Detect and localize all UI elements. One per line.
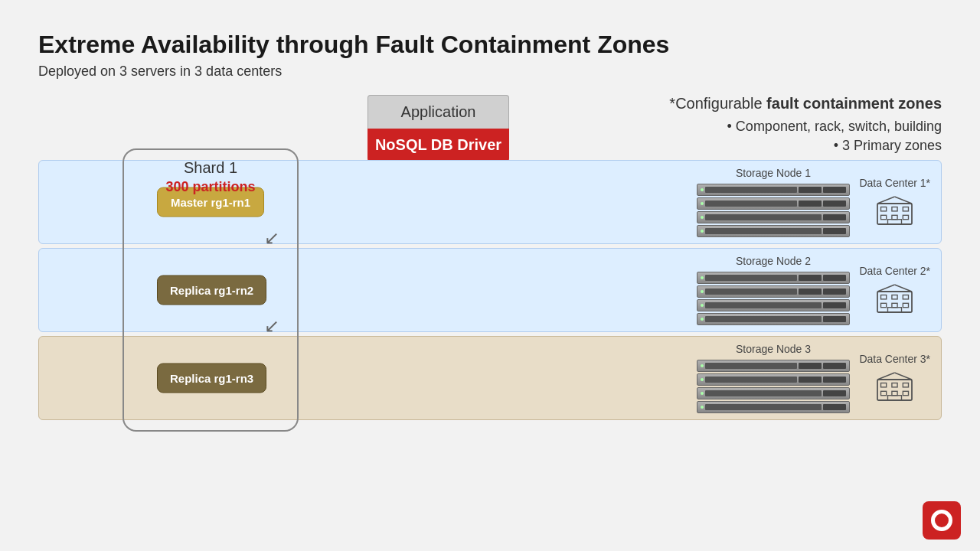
server-rack-1 xyxy=(697,184,850,237)
configurable-text: *Configurable fault containment zones xyxy=(574,95,942,112)
dc-row-2: Replica rg1-rn2 Storage Node 2 Data Cent… xyxy=(38,248,942,332)
server-unit xyxy=(697,387,850,399)
info-box: *Configurable fault containment zones • … xyxy=(574,95,942,157)
application-label: Application xyxy=(368,95,509,129)
bullet-1: • Component, rack, switch, building xyxy=(574,119,942,135)
svg-rect-27 xyxy=(888,396,902,400)
server-unit xyxy=(697,285,850,298)
server-unit xyxy=(697,272,850,284)
svg-rect-6 xyxy=(903,215,908,219)
storage-node-1-label: Storage Node 1 xyxy=(736,167,811,179)
svg-rect-26 xyxy=(903,391,908,395)
building-icon-1 xyxy=(874,194,916,228)
svg-line-29 xyxy=(895,373,913,380)
replica-node-3: Replica rg1-rn3 xyxy=(157,364,266,393)
svg-rect-3 xyxy=(903,207,908,211)
svg-rect-14 xyxy=(881,303,887,307)
svg-rect-22 xyxy=(892,383,897,387)
svg-rect-13 xyxy=(903,295,908,299)
server-unit xyxy=(697,360,850,372)
svg-rect-17 xyxy=(888,308,902,312)
svg-rect-7 xyxy=(888,220,902,224)
main-container: Extreme Availability through Fault Conta… xyxy=(0,0,980,551)
server-unit xyxy=(697,401,850,413)
svg-rect-24 xyxy=(881,391,887,395)
building-icon-3 xyxy=(874,370,916,404)
svg-rect-5 xyxy=(892,215,897,219)
nosql-driver-label: NoSQL DB Driver xyxy=(368,129,509,161)
dc-row-3: Replica rg1-rn3 Storage Node 3 Data Cent… xyxy=(38,336,942,420)
svg-line-9 xyxy=(895,197,913,204)
svg-rect-11 xyxy=(881,295,887,299)
svg-rect-4 xyxy=(881,215,887,219)
oracle-ring-icon xyxy=(931,510,952,531)
svg-rect-1 xyxy=(881,207,887,211)
page-subtitle: Deployed on 3 servers in 3 data centers xyxy=(38,64,942,80)
server-unit xyxy=(697,225,850,237)
svg-rect-23 xyxy=(903,383,908,387)
dc-1-label: Data Center 1* xyxy=(859,177,930,189)
svg-line-28 xyxy=(877,373,895,380)
dc-info-1: Data Center 1* xyxy=(859,177,930,228)
server-unit xyxy=(697,373,850,386)
svg-rect-16 xyxy=(903,303,908,307)
application-box: Application NoSQL DB Driver xyxy=(368,95,509,161)
rows-section: Shard 1 300 partitions Master rg1-rn1 St… xyxy=(38,160,942,424)
dc-row-1: Master rg1-rn1 Storage Node 1 Data Cente… xyxy=(38,160,942,244)
dc-2-label: Data Center 2* xyxy=(859,265,930,277)
content-area: Application NoSQL DB Driver *Configurabl… xyxy=(38,103,942,424)
page-title: Extreme Availability through Fault Conta… xyxy=(38,31,942,59)
storage-node-3: Storage Node 3 xyxy=(697,343,850,413)
svg-line-18 xyxy=(877,285,895,292)
svg-rect-12 xyxy=(892,295,897,299)
configurable-bold: fault containment zones xyxy=(766,95,942,112)
svg-rect-15 xyxy=(892,303,897,307)
oracle-logo xyxy=(923,501,961,540)
server-unit xyxy=(697,184,850,196)
server-unit xyxy=(697,197,850,210)
configurable-prefix: *Configurable xyxy=(669,95,766,112)
storage-node-2-label: Storage Node 2 xyxy=(736,255,811,267)
svg-line-19 xyxy=(895,285,913,292)
dc-info-3: Data Center 3* xyxy=(859,353,930,404)
server-rack-3 xyxy=(697,360,850,413)
server-unit xyxy=(697,211,850,223)
svg-rect-25 xyxy=(892,391,897,395)
svg-rect-2 xyxy=(892,207,897,211)
arrow-1-2: ↙ xyxy=(264,227,279,249)
bullet-2: • 3 Primary zones xyxy=(574,138,942,154)
replica-node-2: Replica rg1-rn2 xyxy=(157,276,266,305)
server-unit xyxy=(697,313,850,325)
svg-line-8 xyxy=(877,197,895,204)
building-icon-2 xyxy=(874,282,916,316)
arrow-2-3: ↙ xyxy=(264,315,279,337)
storage-node-3-label: Storage Node 3 xyxy=(736,343,811,355)
storage-node-1: Storage Node 1 xyxy=(697,167,850,237)
master-node: Master rg1-rn1 xyxy=(157,187,264,217)
storage-node-2: Storage Node 2 xyxy=(697,255,850,325)
server-rack-2 xyxy=(697,272,850,325)
dc-info-2: Data Center 2* xyxy=(859,265,930,316)
server-unit xyxy=(697,299,850,311)
svg-rect-21 xyxy=(881,383,887,387)
dc-3-label: Data Center 3* xyxy=(859,353,930,365)
